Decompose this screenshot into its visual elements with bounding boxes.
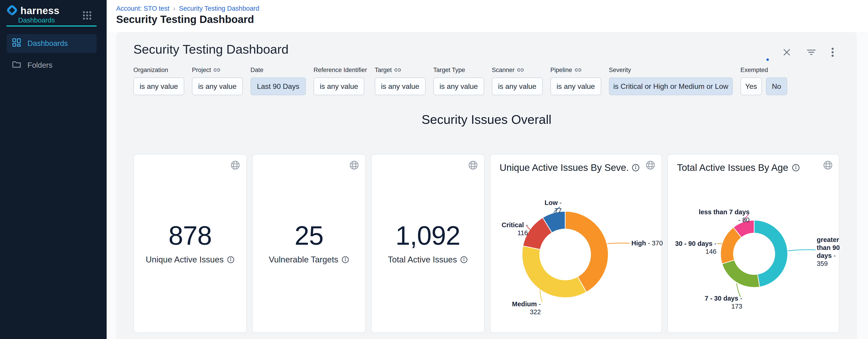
filter-value-pipeline[interactable]: is any value: [550, 78, 601, 95]
donut-slice-medium[interactable]: [522, 246, 586, 298]
chart-header: Unique Active Issues By Seve...: [500, 162, 640, 173]
stat-label: Unique Active Issues: [134, 255, 246, 264]
filter-value-date[interactable]: Last 90 Days: [250, 78, 306, 95]
donut-label-high: High - 370: [631, 239, 665, 247]
filter-target-type: Target Typeis any value: [433, 66, 484, 95]
filter-date: DateLast 90 Days: [250, 66, 306, 95]
exempted-option-no[interactable]: No: [766, 78, 787, 95]
pointer-dot: [766, 58, 769, 61]
sidebar-item-label: Folders: [27, 61, 53, 69]
chart-card-unique-active-issues-by-seve: Unique Active Issues By Seve...High - 37…: [490, 154, 662, 333]
module-underline: [6, 25, 97, 27]
filter-pipeline: Pipelineis any value: [550, 66, 601, 95]
main-area: Security Testing Dashboard Organizationi…: [106, 32, 868, 339]
globe-icon[interactable]: [645, 160, 656, 171]
donut-label-greater-than-90-days: greater than 90 days - 359: [817, 236, 841, 267]
filter-label-text: Date: [250, 66, 264, 74]
chart-card-total-active-issues-by-age: Total Active Issues By Agegreater than 9…: [668, 154, 839, 333]
globe-icon[interactable]: [823, 160, 833, 171]
filter-label: Target Type: [433, 66, 484, 74]
sidebar-item-dashboards[interactable]: Dashboards: [7, 34, 97, 53]
info-icon[interactable]: [460, 256, 468, 263]
donut-label-30-90-days: 30 - 90 days - 146: [671, 240, 716, 256]
sidebar-item-label: Dashboards: [27, 39, 68, 48]
close-icon[interactable]: [782, 48, 792, 57]
filter-label: Severity: [609, 66, 733, 74]
breadcrumb-account-link[interactable]: Account: STO test: [116, 5, 169, 12]
dashboard-grid-icon: [11, 37, 22, 49]
filter-label-text: Pipeline: [550, 66, 572, 74]
stat-card-vulnerable-targets: 25Vulnerable Targets: [252, 154, 366, 333]
stat-card-unique-active-issues: 878Unique Active Issues: [133, 154, 247, 333]
globe-icon[interactable]: [349, 160, 359, 171]
breadcrumb-page-link[interactable]: Security Testing Dashboard: [179, 5, 259, 12]
filter-target: Targetis any value: [375, 66, 426, 95]
filter-bar: Organizationis any valueProjectis any va…: [133, 66, 857, 95]
filter-lines-icon[interactable]: [806, 47, 816, 57]
filter-project: Projectis any value: [192, 66, 243, 95]
globe-icon[interactable]: [468, 160, 478, 171]
filter-value-reference-identifier[interactable]: is any value: [313, 78, 364, 95]
stat-value: 878: [134, 220, 246, 251]
donut-slice-7-30-days[interactable]: [722, 260, 760, 287]
folder-icon: [11, 59, 22, 71]
donut-chart: greater than 90 days - 3597 - 30 days - …: [668, 175, 839, 332]
filter-label: Exempted: [741, 66, 787, 74]
filter-label: Scanner: [492, 66, 543, 74]
label-leader-line: [717, 244, 722, 244]
module-label: Dashboards: [18, 16, 55, 24]
filter-value-project[interactable]: is any value: [192, 78, 243, 95]
filter-value-target[interactable]: is any value: [375, 78, 426, 95]
apps-grid-icon[interactable]: [83, 11, 92, 21]
sidebar-nav: Dashboards Folders: [7, 34, 97, 75]
dashboard-title: Security Testing Dashboard: [133, 42, 857, 57]
donut-label-7-30-days: 7 - 30 days - 173: [698, 294, 742, 310]
donut-label-less-than-7-days: less than 7 days - 80: [696, 208, 750, 224]
filter-value-organization[interactable]: is any value: [133, 78, 184, 95]
info-icon[interactable]: [792, 164, 800, 172]
info-icon[interactable]: [341, 256, 349, 263]
filter-label-text: Target: [375, 66, 392, 74]
sidebar-item-folders[interactable]: Folders: [7, 56, 97, 75]
link-icon[interactable]: [214, 67, 220, 73]
section-title: Security Issues Overall: [116, 112, 857, 127]
stat-card-total-active-issues: 1,092Total Active Issues: [371, 154, 485, 333]
donut-slice-greater-than-90-days[interactable]: [754, 220, 788, 287]
filter-label: Target: [375, 66, 426, 74]
chart-header: Total Active Issues By Age: [677, 162, 817, 173]
top-header: Account: STO test › Security Testing Das…: [106, 0, 868, 32]
filter-organization: Organizationis any value: [133, 66, 184, 95]
filter-label-text: Organization: [133, 66, 168, 74]
donut-label-low: Low - 77: [536, 199, 562, 215]
filter-value-scanner[interactable]: is any value: [492, 78, 543, 95]
filter-label: Date: [250, 66, 306, 74]
link-icon[interactable]: [517, 67, 524, 73]
filter-label-text: Project: [192, 66, 211, 74]
filter-value-target-type[interactable]: is any value: [433, 78, 484, 95]
filter-value-severity[interactable]: is Critical or High or Medium or Low: [609, 78, 733, 95]
harness-logo-icon: [6, 4, 18, 17]
filter-label-text: Scanner: [492, 66, 515, 74]
exempted-option-yes[interactable]: Yes: [741, 78, 762, 95]
link-icon[interactable]: [395, 67, 401, 73]
stat-label: Vulnerable Targets: [253, 255, 365, 264]
filter-exempted: ExemptedYesNo: [741, 66, 787, 95]
filter-label-text: Reference Identifier: [313, 66, 367, 74]
globe-icon[interactable]: [230, 160, 241, 171]
filter-label-text: Target Type: [433, 66, 465, 74]
chart-title: Unique Active Issues By Seve...: [500, 162, 628, 173]
info-icon[interactable]: [227, 256, 235, 263]
harness-logo[interactable]: harness: [6, 4, 59, 17]
link-icon[interactable]: [575, 67, 581, 73]
filter-label-text: Severity: [609, 66, 631, 74]
filter-label: Project: [192, 66, 243, 74]
exempted-toggle-group: YesNo: [741, 78, 787, 95]
logo-text: harness: [21, 5, 59, 16]
label-leader-line: [788, 250, 815, 251]
filter-label-text: Exempted: [741, 66, 768, 74]
donut-label-medium: Medium - 322: [504, 300, 541, 316]
label-leader-line: [608, 243, 629, 244]
kebab-menu-icon[interactable]: [831, 47, 834, 57]
info-icon[interactable]: [631, 164, 640, 172]
breadcrumb: Account: STO test › Security Testing Das…: [116, 4, 259, 12]
